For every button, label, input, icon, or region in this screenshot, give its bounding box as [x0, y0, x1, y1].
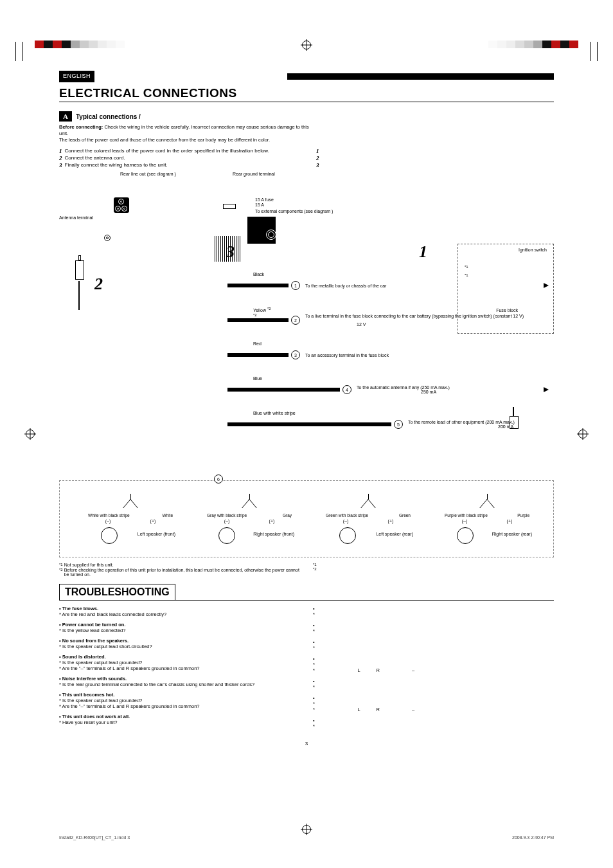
- wire-desc: To a live terminal in the fuse block con…: [303, 314, 549, 327]
- antenna-wire: [78, 281, 80, 310]
- footnotes-right: *1 *2: [313, 563, 554, 577]
- wire-number: 1: [291, 281, 300, 290]
- speaker-name: Right speaker (front): [253, 532, 294, 536]
- footnote-sup: *1: [59, 563, 63, 567]
- label-to-external: To external components (see diagram ): [255, 209, 333, 213]
- intro-line2: The leads of the power cord and those of…: [59, 137, 270, 143]
- label-rear-line-out: Rear line out (see diagram ): [120, 172, 176, 176]
- wire-row: Blue 4 To the automatic antenna if any (…: [227, 372, 549, 407]
- section-title: Typical connections /: [76, 113, 141, 120]
- registration-mark: [26, 429, 35, 439]
- trouble-star2: * L R –: [313, 667, 554, 673]
- trouble-question: Is the speaker output lead short-circuit…: [59, 644, 300, 649]
- trouble-bullet: •: [313, 718, 554, 723]
- wire-desc: To the metallic body or chassis of the c…: [303, 284, 544, 288]
- trouble-question: Have you reset your unit?: [59, 719, 300, 725]
- speaker-col: White with black stripeWhite (–)(+) Left…: [85, 494, 175, 544]
- wiring-diagram: Rear line out (see diagram ) Rear ground…: [59, 172, 554, 557]
- page-number: 3: [59, 741, 554, 746]
- main-title-alt: [306, 86, 554, 102]
- language-label: ENGLISH: [59, 71, 94, 82]
- trouble-question: Are the red and black leads connected co…: [59, 611, 300, 617]
- line-out-jacks: [114, 197, 129, 213]
- trouble-star: *: [313, 628, 554, 634]
- big-number-2: 2: [94, 275, 103, 294]
- step-text: Finally connect the wiring harness to th…: [65, 162, 168, 168]
- color-bar-left: [35, 41, 125, 48]
- registration-mark: [302, 825, 311, 834]
- troubleshooting-right: •*•*•*•** L R –•*•** L R –•*: [313, 606, 554, 734]
- trouble-heading: • Sound is distorted.: [59, 654, 300, 660]
- wire-solid: Purple: [517, 513, 529, 518]
- trouble-star: *: [313, 723, 554, 729]
- wire-row: Red 3 To an accessory terminal in the fu…: [227, 338, 549, 372]
- wire-color: Blue with white stripe: [253, 411, 296, 415]
- trouble-bullet: •: [313, 622, 554, 628]
- wire-color: Yellow *2*2: [253, 307, 271, 319]
- step-num: 3: [59, 162, 62, 168]
- label-ignition-switch: Ignition switch: [519, 248, 547, 252]
- wire-color: Red: [253, 341, 262, 346]
- arrow-icon: [544, 387, 549, 392]
- troubleshooting-left: • The fuse blows.Are the red and black l…: [59, 606, 300, 734]
- polarity-plus: (+): [150, 519, 156, 523]
- main-title: ELECTRICAL CONNECTIONS: [59, 86, 306, 102]
- trouble-star: *: [313, 645, 554, 651]
- trouble-question: Is the speaker output lead grounded?: [59, 698, 300, 703]
- wire-table: Black 1 To the metallic body or chassis …: [227, 268, 549, 442]
- page-content: ENGLISH ELECTRICAL CONNECTIONS A Typical…: [59, 71, 554, 746]
- label-antenna-terminal: Antenna terminal: [59, 215, 93, 220]
- footer-timestamp: 2008.9.3 2:40:47 PM: [512, 835, 554, 840]
- trouble-star: *: [313, 701, 554, 707]
- wire-solid: Green: [399, 513, 411, 518]
- step-num: 2: [59, 155, 62, 161]
- speaker-col: Green with black stripeGreen (–)(+) Left…: [323, 494, 413, 544]
- arrow-icon: [544, 283, 549, 288]
- wire-row: Yellow *2*2 2 To a live terminal in the …: [227, 303, 549, 338]
- header-rule: [287, 73, 554, 80]
- speaker-icon: [457, 527, 474, 544]
- troubleshooting-columns: • The fuse blows.Are the red and black l…: [59, 606, 554, 734]
- wire-stripe: Gray with black stripe: [207, 513, 247, 518]
- fuse-aux-block: [247, 217, 276, 244]
- wire-desc: To the remote lead of other equipment (2…: [405, 420, 549, 429]
- step-text: Connect the antenna cord.: [65, 155, 125, 161]
- color-bar-right: [488, 41, 578, 48]
- footnotes: *1Not supplied for this unit. *2Before c…: [59, 563, 554, 577]
- speaker-name: Right speaker (rear): [492, 532, 532, 536]
- trouble-bullet: •: [313, 678, 554, 684]
- wire-color: Blue: [253, 376, 262, 381]
- trouble-heading: • This unit does not work at all.: [59, 714, 300, 719]
- wire-number: 3: [291, 350, 300, 359]
- big-number-1: 1: [419, 242, 427, 262]
- trouble-star: *: [313, 611, 554, 617]
- step-num: 1: [59, 148, 62, 154]
- footnote-text: Before checking the operation of this un…: [64, 568, 300, 577]
- wire-stripe: White with black stripe: [88, 513, 130, 518]
- speaker-icon: [101, 527, 118, 544]
- speaker-area: 6 White with black stripeWhite (–)(+) Le…: [59, 480, 554, 557]
- big-number-3: 3: [226, 242, 235, 262]
- wire-row: Blue with white stripe 5 To the remote l…: [227, 407, 549, 442]
- registration-mark: [302, 41, 311, 50]
- trouble-question: Is the rear ground terminal connected to…: [59, 682, 300, 687]
- speaker-name: Left speaker (front): [138, 532, 175, 536]
- antenna-jack: [104, 235, 111, 241]
- footnote-sup: *2: [59, 568, 63, 577]
- wire-number: 5: [394, 420, 403, 429]
- section-badge: A: [59, 111, 72, 122]
- speaker-name: Left speaker (rear): [376, 532, 413, 536]
- polarity-minus: (–): [105, 519, 111, 523]
- troubleshooting-title-row: TROUBLESHOOTING X: [59, 584, 554, 601]
- trouble-bullet: •: [313, 606, 554, 611]
- registration-mark: [578, 429, 587, 439]
- troubleshooting-title: TROUBLESHOOTING: [59, 584, 175, 600]
- trouble-heading: • No sound from the speakers.: [59, 638, 300, 644]
- trouble-question: Are the "–" terminals of L and R speaker…: [59, 665, 300, 671]
- trouble-bullet: •: [313, 639, 554, 645]
- crop-mark: [15, 42, 23, 61]
- wire-stripe: Green with black stripe: [326, 513, 368, 518]
- trouble-heading: • Power cannot be turned on.: [59, 622, 300, 628]
- wire-row: Black 1 To the metallic body or chassis …: [227, 268, 549, 303]
- trouble-question: Are the "–" terminals of L and R speaker…: [59, 703, 300, 709]
